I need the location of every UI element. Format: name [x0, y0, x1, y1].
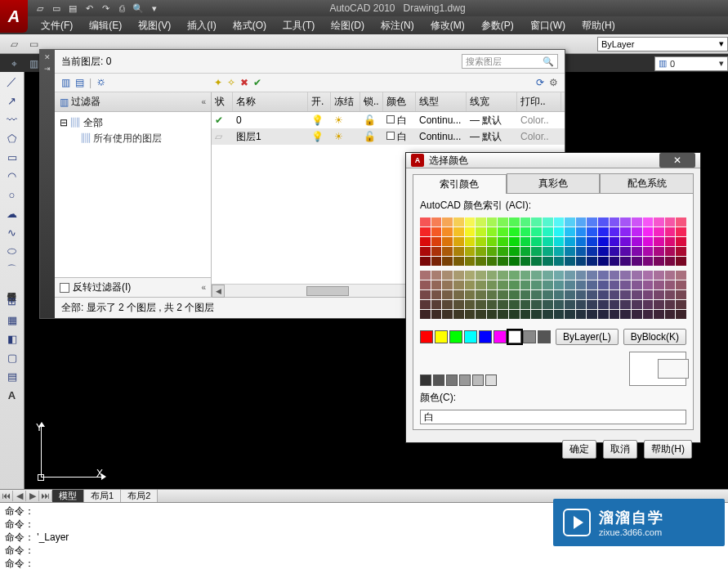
aci-swatch[interactable] — [587, 217, 597, 226]
help-button[interactable]: 帮助(H) — [644, 440, 692, 459]
aci-swatch[interactable] — [576, 257, 587, 266]
layer-states-icon[interactable]: ⛭ — [96, 77, 106, 88]
aci-swatch[interactable] — [442, 227, 453, 236]
aci-swatch[interactable] — [487, 257, 498, 266]
tab-true-color[interactable]: 真彩色 — [507, 173, 601, 193]
collapse-icon[interactable]: « — [201, 97, 206, 106]
tab-index-color[interactable]: 索引颜色 — [413, 174, 507, 194]
aci-swatch[interactable] — [676, 280, 686, 289]
gray4[interactable] — [459, 374, 471, 386]
refresh-icon[interactable]: ⟳ — [536, 77, 544, 88]
aci-swatch[interactable] — [487, 280, 498, 289]
filter-tree[interactable]: ⊟ ▥ 全部 ▥ 所有使用的图层 — [55, 112, 211, 277]
gray3[interactable] — [446, 374, 458, 386]
aci-swatch[interactable] — [676, 290, 686, 299]
aci-swatch[interactable] — [565, 257, 575, 266]
aci-swatch[interactable] — [554, 227, 565, 236]
aci-swatch[interactable] — [610, 257, 620, 266]
col-lweight[interactable]: 线宽 — [467, 92, 517, 111]
aci-swatch[interactable] — [543, 237, 553, 246]
aci-swatch[interactable] — [476, 271, 486, 280]
menu-window[interactable]: 窗口(W) — [522, 16, 574, 35]
aci-swatch[interactable] — [565, 280, 575, 289]
aci-swatch[interactable] — [509, 271, 520, 280]
aci-swatch[interactable] — [565, 237, 575, 246]
aci-swatch[interactable] — [453, 271, 464, 280]
tool-new-icon[interactable]: ▱ — [5, 36, 23, 52]
aci-swatch[interactable] — [598, 290, 609, 299]
std-cyan[interactable] — [464, 330, 477, 343]
new-filter-icon[interactable]: ▥ — [61, 77, 70, 88]
arc-icon[interactable]: ◠ — [3, 168, 21, 184]
aci-swatch[interactable] — [453, 237, 464, 246]
aci-swatch[interactable] — [665, 280, 676, 289]
circle-icon[interactable]: ○ — [3, 186, 21, 203]
aci-swatch[interactable] — [598, 237, 609, 246]
aci-swatch[interactable] — [665, 217, 676, 226]
layer-combo[interactable]: ▥0 ▾ — [654, 56, 728, 71]
aci-swatch[interactable] — [643, 280, 654, 289]
aci-swatch[interactable] — [420, 257, 431, 266]
aci-swatch[interactable] — [643, 290, 654, 299]
menu-dim[interactable]: 标注(N) — [373, 16, 422, 35]
std-gray[interactable] — [523, 330, 536, 343]
aci-swatch[interactable] — [465, 300, 476, 309]
ellipsearc-icon[interactable]: ⌒ — [3, 262, 21, 278]
aci-swatch[interactable] — [665, 300, 676, 309]
qat-find-icon[interactable]: 🔍 — [131, 2, 145, 15]
new-layer-icon[interactable]: ✦ — [214, 77, 222, 88]
bulb-icon[interactable]: 💡 — [311, 131, 324, 142]
aci-swatch[interactable] — [543, 310, 553, 319]
aci-swatch[interactable] — [665, 290, 676, 299]
aci-swatch[interactable] — [487, 227, 498, 236]
tab-first-icon[interactable]: ⏮ — [0, 491, 13, 501]
aci-swatch[interactable] — [620, 300, 631, 309]
std-red[interactable] — [420, 330, 433, 343]
aci-swatch[interactable] — [420, 290, 431, 299]
aci-swatch[interactable] — [431, 237, 442, 246]
dialog-close-button[interactable]: ✕ — [659, 153, 695, 168]
aci-swatch[interactable] — [610, 217, 620, 226]
aci-swatch[interactable] — [654, 290, 664, 299]
aci-swatch[interactable] — [420, 247, 431, 256]
aci-swatch[interactable] — [465, 280, 476, 289]
aci-swatch[interactable] — [543, 227, 553, 236]
aci-swatch[interactable] — [531, 290, 542, 299]
layer-row[interactable]: ▱ 图层1 💡 ☀ 🔓 白 Continu... — 默认 Color.. — [212, 128, 565, 145]
aci-swatch[interactable] — [509, 300, 520, 309]
byblock-button[interactable]: ByBlock(K) — [623, 329, 686, 345]
aci-swatch[interactable] — [543, 280, 553, 289]
aci-swatch[interactable] — [587, 271, 597, 280]
aci-swatch[interactable] — [442, 237, 453, 246]
aci-swatch[interactable] — [442, 257, 453, 266]
gray5[interactable] — [472, 374, 484, 386]
aci-swatch[interactable] — [520, 271, 531, 280]
aci-swatch[interactable] — [498, 271, 508, 280]
aci-swatch[interactable] — [498, 290, 508, 299]
aci-swatch[interactable] — [654, 237, 664, 246]
aci-swatch[interactable] — [453, 280, 464, 289]
aci-swatch[interactable] — [431, 300, 442, 309]
aci-swatch[interactable] — [487, 300, 498, 309]
aci-swatch[interactable] — [476, 247, 486, 256]
aci-swatch[interactable] — [587, 247, 597, 256]
revcloud-icon[interactable]: ☁ — [3, 205, 21, 222]
aci-swatch[interactable] — [531, 237, 542, 246]
aci-swatch[interactable] — [487, 247, 498, 256]
std-white[interactable] — [508, 330, 521, 343]
aci-swatch[interactable] — [554, 271, 565, 280]
panel-grip[interactable]: ✕ ⇥ — [40, 50, 55, 318]
aci-swatch[interactable] — [643, 271, 654, 280]
aci-swatch[interactable] — [476, 257, 486, 266]
aci-swatch[interactable] — [476, 280, 486, 289]
line-icon[interactable]: ／ — [3, 74, 21, 90]
aci-swatch[interactable] — [632, 310, 642, 319]
gray1[interactable] — [420, 374, 431, 386]
aci-swatch[interactable] — [509, 227, 520, 236]
spline-icon[interactable]: ∿ — [3, 224, 21, 240]
aci-swatch[interactable] — [576, 247, 587, 256]
aci-swatch[interactable] — [576, 280, 587, 289]
pin-icon[interactable]: ⇥ — [44, 65, 51, 73]
aci-swatch[interactable] — [453, 310, 464, 319]
aci-swatch[interactable] — [620, 290, 631, 299]
